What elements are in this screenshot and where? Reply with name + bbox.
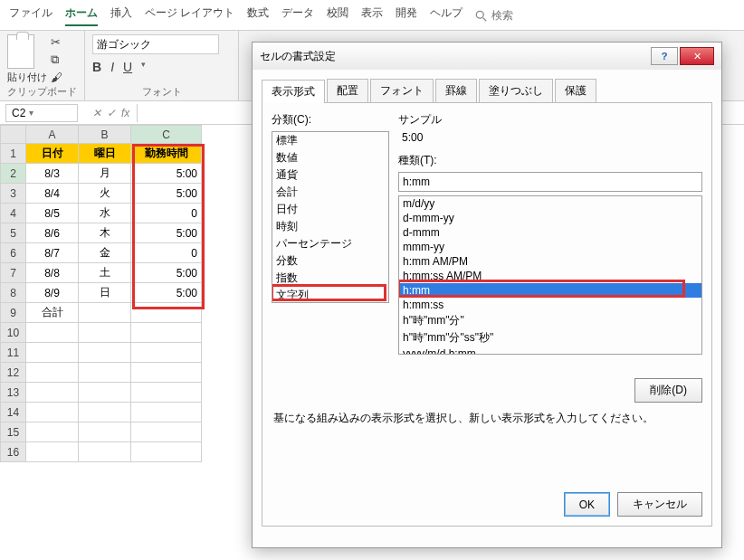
- cell-A16[interactable]: [26, 442, 79, 462]
- menu-file[interactable]: ファイル: [9, 5, 52, 26]
- cat-item-standard[interactable]: 標準: [272, 132, 388, 149]
- cell-C4[interactable]: 0: [131, 204, 202, 223]
- menu-data[interactable]: データ: [281, 5, 314, 26]
- row-header-7[interactable]: 7: [1, 263, 26, 283]
- cat-item-text[interactable]: 文字列: [272, 287, 388, 303]
- cell-B6[interactable]: 金: [79, 243, 131, 263]
- fmt-item[interactable]: h"時"mm"分": [399, 312, 701, 329]
- format-painter-icon[interactable]: 🖌: [51, 71, 62, 84]
- cell-A14[interactable]: [26, 403, 79, 422]
- cell-B16[interactable]: [79, 442, 131, 462]
- cat-item-fraction[interactable]: 分数: [272, 252, 388, 270]
- cell-C1[interactable]: 勤務時間: [131, 144, 202, 164]
- cell-C3[interactable]: 5:00: [131, 184, 202, 204]
- cat-item-scientific[interactable]: 指数: [272, 270, 388, 287]
- cell-A2[interactable]: 8/3: [26, 164, 79, 184]
- row-header-1[interactable]: 1: [1, 144, 26, 164]
- search-box[interactable]: 検索: [475, 5, 513, 26]
- fmt-item[interactable]: h:mm AM/PM: [399, 254, 701, 269]
- row-header-4[interactable]: 4: [1, 204, 26, 223]
- row-header-6[interactable]: 6: [1, 243, 26, 263]
- row-header-9[interactable]: 9: [1, 303, 26, 323]
- fmt-item[interactable]: mmm-yy: [399, 240, 701, 254]
- col-header-A[interactable]: A: [26, 126, 79, 144]
- fmt-item[interactable]: yyyy/m/d h:mm: [399, 346, 701, 355]
- cell-C15[interactable]: [131, 422, 202, 442]
- cell-C11[interactable]: [131, 343, 202, 363]
- row-header-5[interactable]: 5: [1, 223, 26, 243]
- menu-help[interactable]: ヘルプ: [430, 5, 463, 26]
- cell-B15[interactable]: [79, 422, 131, 442]
- cell-B11[interactable]: [79, 343, 131, 363]
- cancel-button[interactable]: キャンセル: [617, 492, 702, 517]
- cell-B4[interactable]: 水: [79, 204, 131, 223]
- cat-item-time[interactable]: 時刻: [272, 218, 388, 235]
- fmt-item[interactable]: m/d/yy: [399, 196, 701, 211]
- fmt-item[interactable]: d-mmm-yy: [399, 211, 701, 225]
- fmt-item[interactable]: d-mmm: [399, 225, 701, 240]
- menu-review[interactable]: 校閲: [327, 5, 348, 26]
- tab-alignment[interactable]: 配置: [327, 79, 368, 102]
- cell-B5[interactable]: 木: [79, 223, 131, 243]
- menu-home[interactable]: ホーム: [65, 5, 98, 26]
- cell-B9[interactable]: [79, 303, 131, 323]
- tab-protection[interactable]: 保護: [555, 79, 596, 102]
- menu-view[interactable]: 表示: [361, 5, 383, 26]
- fmt-item[interactable]: h"時"mm"分"ss"秒": [399, 329, 701, 346]
- enter-formula-icon[interactable]: ✓: [107, 107, 116, 119]
- tab-font[interactable]: フォント: [370, 79, 434, 102]
- row-header-2[interactable]: 2: [1, 164, 26, 184]
- dialog-titlebar[interactable]: セルの書式設定 ? ✕: [253, 43, 721, 70]
- select-all-corner[interactable]: [1, 126, 26, 144]
- cell-C6[interactable]: 0: [131, 243, 202, 263]
- menu-developer[interactable]: 開発: [396, 5, 417, 26]
- cell-A9[interactable]: 合計: [26, 303, 79, 323]
- cat-item-currency[interactable]: 通貨: [272, 166, 388, 184]
- row-header-11[interactable]: 11: [1, 343, 26, 363]
- copy-icon[interactable]: ⧉: [51, 52, 62, 67]
- cell-C13[interactable]: [131, 383, 202, 403]
- cell-C2[interactable]: 5:00: [131, 164, 202, 184]
- cell-A15[interactable]: [26, 422, 79, 442]
- cell-C14[interactable]: [131, 403, 202, 422]
- dialog-close-button[interactable]: ✕: [680, 47, 714, 65]
- tab-number-format[interactable]: 表示形式: [262, 80, 325, 103]
- fmt-item-selected[interactable]: h:mm: [399, 283, 701, 298]
- cell-B13[interactable]: [79, 383, 131, 403]
- name-box[interactable]: C2 ▾: [5, 104, 78, 122]
- cell-C16[interactable]: [131, 442, 202, 462]
- row-header-13[interactable]: 13: [1, 383, 26, 403]
- cell-A10[interactable]: [26, 323, 79, 343]
- font-name-dropdown[interactable]: 游ゴシック: [92, 34, 219, 54]
- row-header-14[interactable]: 14: [1, 403, 26, 422]
- cell-A11[interactable]: [26, 343, 79, 363]
- category-listbox[interactable]: 標準 数値 通貨 会計 日付 時刻 パーセンテージ 分数 指数 文字列 その他 …: [272, 131, 389, 303]
- delete-button[interactable]: 削除(D): [634, 378, 702, 403]
- cat-item-date[interactable]: 日付: [272, 201, 388, 218]
- row-header-8[interactable]: 8: [1, 283, 26, 303]
- menu-insert[interactable]: 挿入: [110, 5, 132, 26]
- menu-formulas[interactable]: 数式: [247, 5, 269, 26]
- cell-A1[interactable]: 日付: [26, 144, 79, 164]
- italic-button[interactable]: I: [110, 60, 114, 74]
- fmt-item[interactable]: h:mm:ss: [399, 298, 701, 312]
- cell-C12[interactable]: [131, 363, 202, 383]
- cell-C8[interactable]: 5:00: [131, 283, 202, 303]
- row-header-15[interactable]: 15: [1, 422, 26, 442]
- format-listbox[interactable]: m/d/yy d-mmm-yy d-mmm mmm-yy h:mm AM/PM …: [398, 195, 702, 355]
- cell-B14[interactable]: [79, 403, 131, 422]
- fmt-item[interactable]: h:mm:ss AM/PM: [399, 269, 701, 283]
- cell-C10[interactable]: [131, 323, 202, 343]
- row-header-10[interactable]: 10: [1, 323, 26, 343]
- cell-A5[interactable]: 8/6: [26, 223, 79, 243]
- underline-dropdown-icon[interactable]: ▾: [141, 60, 146, 74]
- cell-A3[interactable]: 8/4: [26, 184, 79, 204]
- cat-item-number[interactable]: 数値: [272, 149, 388, 166]
- row-header-16[interactable]: 16: [1, 442, 26, 462]
- ok-button[interactable]: OK: [564, 492, 610, 517]
- row-header-12[interactable]: 12: [1, 363, 26, 383]
- dialog-help-button[interactable]: ?: [651, 47, 678, 65]
- tab-fill[interactable]: 塗りつぶし: [479, 79, 553, 102]
- cell-B12[interactable]: [79, 363, 131, 383]
- paste-icon[interactable]: [7, 34, 34, 69]
